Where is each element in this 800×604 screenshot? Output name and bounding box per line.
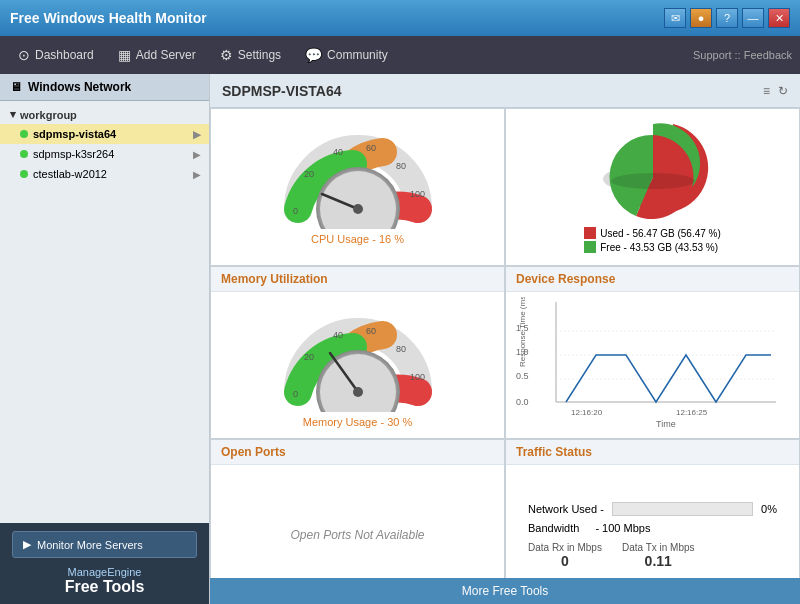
monitor-more-button[interactable]: ▶ Monitor More Servers: [12, 531, 197, 558]
more-free-tools-bar[interactable]: More Free Tools: [210, 578, 800, 604]
group-expand-icon: ▾: [10, 108, 16, 121]
svg-text:80: 80: [396, 344, 406, 354]
svg-text:80: 80: [396, 161, 406, 171]
memory-panel-content: 0 20 40 60 80 100 Memory Usage - 30 %: [211, 292, 504, 438]
svg-point-21: [353, 387, 363, 397]
minimize-button[interactable]: —: [742, 8, 764, 28]
tree-item-vista64[interactable]: sdpmsp-vista64 ▶: [0, 124, 209, 144]
network-used-value: 0%: [761, 503, 777, 515]
status-dot-green: [20, 130, 28, 138]
svg-point-9: [353, 204, 363, 214]
open-ports-content: Open Ports Not Available: [211, 465, 504, 578]
pie-legend: Used - 56.47 GB (56.47 %) Free - 43.53 G…: [584, 225, 721, 255]
menu-community-label: Community: [327, 48, 388, 62]
cpu-gauge-label: CPU Usage - 16 %: [311, 233, 404, 245]
svg-text:60: 60: [366, 143, 376, 153]
device-response-title: Device Response: [506, 267, 799, 292]
svg-text:20: 20: [304, 169, 314, 179]
sidebar-footer: ▶ Monitor More Servers ManageEngine Free…: [0, 523, 209, 604]
tree-group-workgroup: ▾ workgroup sdpmsp-vista64 ▶ sdpmsp-k3sr…: [0, 101, 209, 188]
main-layout: 🖥 Windows Network ▾ workgroup sdpmsp-vis…: [0, 74, 800, 604]
tree-item-w2012[interactable]: ctestlab-w2012 ▶: [0, 164, 209, 184]
brand-line2: Free Tools: [12, 578, 197, 596]
tree-item-k3sr264[interactable]: sdpmsp-k3sr264 ▶: [0, 144, 209, 164]
server-name-k3sr264: sdpmsp-k3sr264: [33, 148, 114, 160]
open-ports-message: Open Ports Not Available: [290, 485, 424, 578]
svg-text:0: 0: [293, 389, 298, 399]
menu-add-server[interactable]: ▦ Add Server: [108, 42, 206, 68]
window-controls: ✉ ● ? — ✕: [664, 8, 790, 28]
email-button[interactable]: ✉: [664, 8, 686, 28]
content-area: SDPMSP-VISTA64 ≡ ↻: [210, 74, 800, 604]
network-used-bar-bg: [612, 502, 753, 516]
panels-grid: 0 20 40 60 80 100 CPU Usage - 16 %: [210, 108, 800, 578]
network-used-row: Network Used - 0%: [528, 502, 777, 516]
menu-bar: ⊙ Dashboard ▦ Add Server ⚙ Settings 💬 Co…: [0, 36, 800, 74]
disk-panel-content: Used - 56.47 GB (56.47 %) Free - 43.53 G…: [506, 109, 799, 265]
tree-group-label[interactable]: ▾ workgroup: [0, 105, 209, 124]
open-ports-title: Open Ports: [211, 440, 504, 465]
menu-dashboard-label: Dashboard: [35, 48, 94, 62]
traffic-stats: Data Rx in Mbps 0 Data Tx in Mbps 0.11: [528, 542, 777, 569]
menu-settings-label: Settings: [238, 48, 281, 62]
network-used-label: Network Used -: [528, 503, 604, 515]
more-free-tools-label: More Free Tools: [462, 584, 548, 598]
svg-text:12:16:25: 12:16:25: [676, 408, 708, 417]
data-rx-value: 0: [528, 553, 602, 569]
legend-used-color: [584, 227, 596, 239]
sidebar: 🖥 Windows Network ▾ workgroup sdpmsp-vis…: [0, 74, 210, 604]
app-title: Free Windows Health Monitor: [10, 10, 207, 26]
list-icon[interactable]: ≡: [763, 84, 770, 98]
svg-text:100: 100: [410, 189, 425, 199]
legend-used: Used - 56.47 GB (56.47 %): [584, 227, 721, 239]
svg-text:Response Time (ms): Response Time (ms): [518, 297, 527, 367]
memory-panel: Memory Utilization 0 20 40 60 80: [210, 266, 505, 439]
data-tx-value: 0.11: [622, 553, 695, 569]
server-name-vista64: sdpmsp-vista64: [33, 128, 116, 140]
disk-panel: Used - 56.47 GB (56.47 %) Free - 43.53 G…: [505, 108, 800, 266]
traffic-details: Network Used - 0% Bandwidth - 100 Mbps: [518, 492, 787, 579]
svg-text:Time: Time: [656, 419, 676, 427]
data-rx-stat: Data Rx in Mbps 0: [528, 542, 602, 569]
color-button[interactable]: ●: [690, 8, 712, 28]
menu-add-server-label: Add Server: [136, 48, 196, 62]
svg-text:40: 40: [333, 147, 343, 157]
svg-text:0: 0: [293, 206, 298, 216]
network-icon: 🖥: [10, 80, 22, 94]
svg-text:0.0: 0.0: [516, 397, 529, 407]
title-bar: Free Windows Health Monitor ✉ ● ? — ✕: [0, 0, 800, 36]
legend-free: Free - 43.53 GB (43.53 %): [584, 241, 721, 253]
svg-point-11: [611, 173, 695, 189]
response-line-chart: 0.0 0.5 1.0 1.5 Response Time (ms): [511, 297, 781, 427]
manage-engine-brand: ManageEngine Free Tools: [12, 566, 197, 596]
bandwidth-value: - 100 Mbps: [595, 522, 650, 534]
cpu-panel-content: 0 20 40 60 80 100 CPU Usage - 16 %: [211, 109, 504, 255]
monitor-more-label: Monitor More Servers: [37, 539, 143, 551]
cpu-gauge: 0 20 40 60 80 100: [278, 119, 438, 229]
content-header: SDPMSP-VISTA64 ≡ ↻: [210, 74, 800, 108]
svg-text:100: 100: [410, 372, 425, 382]
menu-settings[interactable]: ⚙ Settings: [210, 42, 291, 68]
dashboard-icon: ⊙: [18, 47, 30, 63]
memory-panel-title: Memory Utilization: [211, 267, 504, 292]
status-dot-green: [20, 170, 28, 178]
svg-text:12:16:20: 12:16:20: [571, 408, 603, 417]
support-feedback: Support :: Feedback: [693, 49, 792, 61]
refresh-icon[interactable]: ↻: [778, 84, 788, 98]
chevron-right-icon: ▶: [193, 169, 201, 180]
svg-text:20: 20: [304, 352, 314, 362]
open-ports-panel: Open Ports Open Ports Not Available: [210, 439, 505, 578]
traffic-status-content: Network Used - 0% Bandwidth - 100 Mbps: [506, 465, 799, 578]
menu-dashboard[interactable]: ⊙ Dashboard: [8, 42, 104, 68]
close-button[interactable]: ✕: [768, 8, 790, 28]
menu-items: ⊙ Dashboard ▦ Add Server ⚙ Settings 💬 Co…: [8, 42, 398, 68]
chevron-right-icon: ▶: [193, 129, 201, 140]
legend-used-text: Used - 56.47 GB (56.47 %): [600, 228, 721, 239]
help-button[interactable]: ?: [716, 8, 738, 28]
legend-free-color: [584, 241, 596, 253]
svg-text:40: 40: [333, 330, 343, 340]
memory-gauge: 0 20 40 60 80 100: [278, 302, 438, 412]
disk-pie-chart-2: [588, 127, 718, 227]
server-title: SDPMSP-VISTA64: [222, 83, 342, 99]
menu-community[interactable]: 💬 Community: [295, 42, 398, 68]
